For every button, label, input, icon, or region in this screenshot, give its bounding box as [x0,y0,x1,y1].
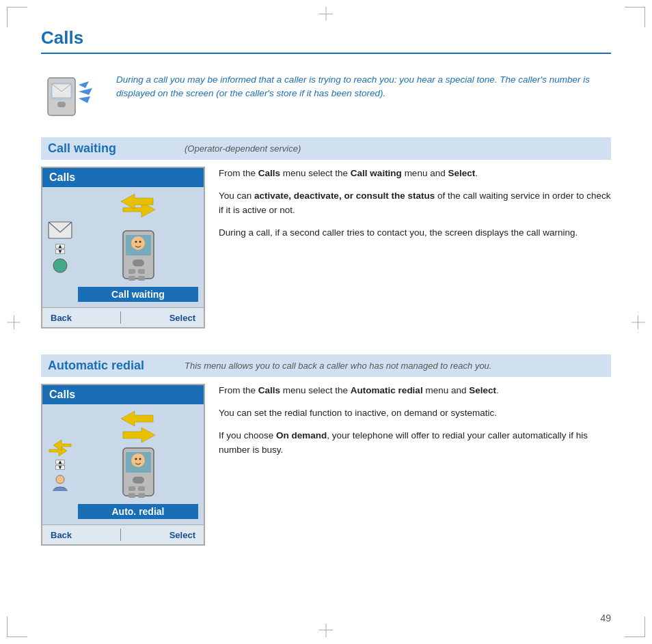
automatic-redial-phone-footer: Back Select [42,524,204,544]
call-waiting-phone-label: Call waiting [78,287,198,302]
intro-icon [41,68,103,122]
auto-nav-arrow-up: ▲ [55,460,65,464]
intro-section: During a call you may be informed that a… [41,68,611,122]
call-waiting-section: Call waiting (Operator-dependent service… [41,137,611,328]
svg-marker-26 [123,428,155,443]
call-waiting-desc1: From the Calls menu select the Call wait… [219,167,611,181]
svg-marker-25 [121,411,153,426]
auto-footer-divider [120,529,121,541]
call-waiting-phone-header: Calls [42,168,204,187]
page-title: Calls [41,27,611,54]
page-container: Calls During a call you may be informed … [0,0,652,644]
svg-point-20 [135,241,137,243]
svg-marker-4 [79,88,92,95]
auto-redial-back-btn: Back [51,530,72,540]
automatic-redial-title: Automatic redial [48,359,171,373]
svg-point-8 [53,259,67,272]
call-waiting-select-btn: Select [169,313,195,323]
small-icon [50,257,70,274]
phone-center: Call waiting [78,193,198,302]
call-waiting-phone-footer: Back Select [42,307,204,327]
page-number: 49 [600,613,611,624]
svg-point-21 [139,241,141,243]
svg-rect-30 [128,486,135,491]
call-waiting-text: From the Calls menu select the Call wait… [219,167,611,328]
envelope-icon-1 [48,221,72,240]
auto-nav-arrows: ▲ ▼ [55,460,65,470]
nav-arrow-up: ▲ [55,244,65,249]
svg-rect-32 [128,493,135,498]
svg-rect-15 [128,269,135,274]
svg-rect-17 [128,276,135,281]
automatic-redial-phone-header: Calls [42,385,204,404]
svg-rect-14 [133,260,144,266]
automatic-redial-desc2: You can set the redial function to inact… [219,406,611,421]
automatic-redial-phone: Calls ▲ ▼ [41,384,205,546]
svg-rect-7 [49,222,72,238]
nav-arrows: ▲ ▼ [55,244,65,254]
yellow-arrows-svg [118,193,159,227]
svg-rect-18 [138,276,145,281]
intro-svg [41,68,103,122]
auto-phone-icons-left: ▲ ▼ [48,437,72,492]
phone-device-svg [120,229,157,284]
call-waiting-desc2: You can activate, deactivate, or consult… [219,189,611,218]
automatic-redial-desc3: If you choose On demand, your telephone … [219,429,611,458]
call-waiting-header: Call waiting (Operator-dependent service… [41,137,611,160]
auto-phone-device-svg [120,447,157,501]
automatic-redial-subtitle: This menu allows you to call back a call… [185,361,491,371]
svg-point-34 [131,453,145,467]
auto-redial-select-btn: Select [169,530,195,540]
automatic-redial-phone-label: Auto. redial [78,504,198,519]
automatic-redial-section: Automatic redial This menu allows you to… [41,354,611,546]
svg-marker-5 [79,96,90,103]
svg-point-36 [139,458,141,460]
phone-icons-left: ▲ ▼ [48,221,72,274]
svg-point-19 [131,236,145,250]
automatic-redial-text: From the Calls menu select the Automatic… [219,384,611,546]
svg-rect-2 [57,102,66,107]
call-waiting-subtitle: (Operator-dependent service) [185,143,301,154]
intro-text: During a call you may be informed that a… [116,68,611,101]
svg-point-35 [135,458,137,460]
svg-rect-16 [138,269,145,274]
svg-point-24 [56,475,64,484]
automatic-redial-phone-screen: ▲ ▼ [42,404,204,524]
redial-arrows-icon [48,437,72,456]
auto-phone-center: Auto. redial [78,410,198,519]
call-waiting-phone-screen: ▲ ▼ [42,187,204,307]
call-waiting-title: Call waiting [48,141,171,156]
section-separator [41,342,611,354]
svg-rect-29 [133,477,144,484]
svg-marker-3 [79,81,89,88]
svg-rect-31 [138,486,145,491]
automatic-redial-header: Automatic redial This menu allows you to… [41,354,611,377]
svg-rect-33 [138,493,145,498]
call-waiting-content: Calls ▲ ▼ [41,167,611,328]
footer-divider [120,311,121,324]
call-waiting-phone: Calls ▲ ▼ [41,167,205,328]
auto-nav-arrow-down: ▼ [55,465,65,470]
auto-arrows-svg [118,410,159,444]
call-waiting-back-btn: Back [51,313,72,323]
person-icon [51,473,70,492]
automatic-redial-desc1: From the Calls menu select the Automatic… [219,384,611,398]
nav-arrow-down: ▼ [55,249,65,254]
call-waiting-desc3: During a call, if a second caller tries … [219,226,611,240]
automatic-redial-content: Calls ▲ ▼ [41,384,611,546]
